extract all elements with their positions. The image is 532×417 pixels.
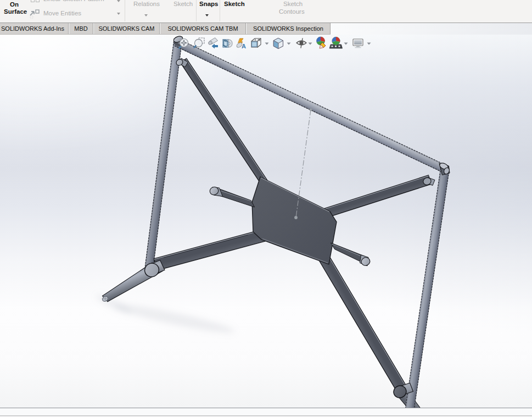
svg-text:A: A xyxy=(242,43,246,49)
